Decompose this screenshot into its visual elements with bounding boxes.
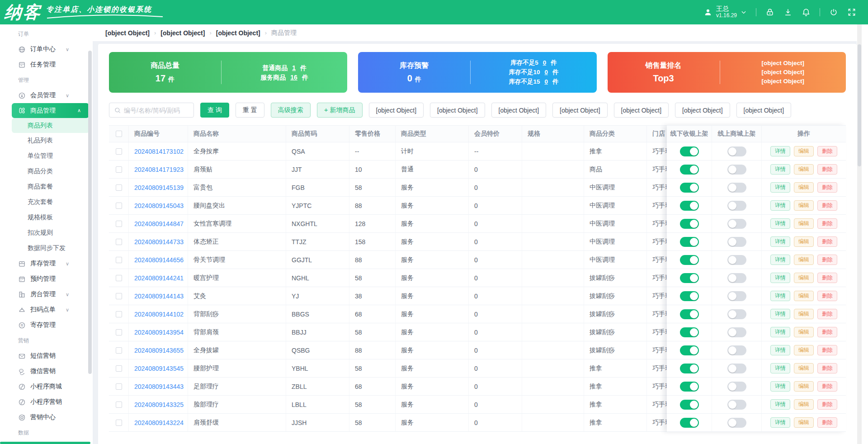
detail-button[interactable]: 详情 — [770, 345, 790, 355]
online-mall-toggle[interactable] — [727, 327, 746, 337]
sidebar-item[interactable]: 充次套餐 — [0, 194, 93, 210]
offline-cashier-toggle[interactable] — [680, 327, 699, 337]
online-mall-toggle[interactable] — [727, 201, 746, 211]
detail-button[interactable]: 详情 — [770, 291, 790, 301]
row-checkbox[interactable] — [116, 203, 122, 209]
sidebar-item[interactable]: 订单 — [0, 26, 93, 42]
product-id-link[interactable]: 20240809144847 — [129, 215, 188, 232]
sidebar-item[interactable]: 寄存管理 — [0, 317, 93, 333]
online-mall-toggle[interactable] — [727, 309, 746, 319]
select-all-checkbox[interactable] — [116, 131, 122, 137]
row-checkbox[interactable] — [116, 166, 122, 173]
sidebar-item[interactable]: 礼品列表 — [0, 133, 93, 148]
edit-button[interactable]: 编辑 — [794, 291, 814, 301]
row-checkbox[interactable] — [116, 311, 122, 317]
online-mall-toggle[interactable] — [727, 219, 746, 229]
user-menu[interactable]: 王总 v1.16.29 — [703, 5, 747, 19]
row-checkbox[interactable] — [116, 329, 122, 335]
sidebar-item[interactable]: 营销中心 — [0, 410, 93, 425]
sidebar-item[interactable]: 订单中心 — [0, 42, 93, 57]
offline-cashier-toggle[interactable] — [680, 291, 699, 301]
delete-button[interactable]: 删除 — [817, 309, 837, 319]
online-mall-toggle[interactable] — [727, 165, 746, 175]
offline-cashier-toggle[interactable] — [680, 146, 699, 156]
delete-button[interactable]: 删除 — [817, 255, 837, 265]
row-checkbox[interactable] — [116, 347, 122, 354]
sidebar-item[interactable]: 微信营销 — [0, 364, 93, 379]
row-checkbox[interactable] — [116, 221, 122, 227]
online-mall-toggle[interactable] — [727, 146, 746, 156]
sidebar-item[interactable]: 房台管理 — [0, 287, 93, 302]
bell-icon[interactable] — [802, 8, 811, 17]
delete-button[interactable]: 删除 — [817, 381, 837, 392]
detail-button[interactable]: 详情 — [770, 236, 790, 247]
edit-button[interactable]: 编辑 — [794, 273, 814, 283]
edit-button[interactable]: 编辑 — [794, 417, 814, 428]
online-mall-toggle[interactable] — [727, 400, 746, 410]
delete-button[interactable]: 删除 — [817, 146, 837, 156]
lock-icon[interactable] — [765, 8, 774, 17]
sidebar-hscrollbar-thumb[interactable] — [0, 442, 90, 444]
search-input[interactable] — [124, 107, 189, 114]
product-id-link[interactable]: 20240809145139 — [129, 179, 188, 196]
offline-cashier-toggle[interactable] — [680, 273, 699, 283]
edit-button[interactable]: 编辑 — [794, 182, 814, 193]
sidebar-item[interactable]: 扣次规则 — [0, 225, 93, 241]
batch-button[interactable]: [object Object] — [369, 103, 424, 118]
product-id-link[interactable]: 20240809144656 — [129, 251, 188, 269]
delete-button[interactable]: 删除 — [817, 399, 837, 410]
sidebar-item[interactable]: 扫码点单 — [0, 302, 93, 317]
sidebar-item[interactable]: 短信营销 — [0, 348, 93, 364]
detail-button[interactable]: 详情 — [770, 218, 790, 229]
delete-button[interactable]: 删除 — [817, 417, 837, 428]
advanced-search-button[interactable]: 高级搜索 — [271, 103, 311, 118]
sidebar-item[interactable]: 预约管理 — [0, 271, 93, 287]
product-id-link[interactable]: 20240809144241 — [129, 269, 188, 287]
detail-button[interactable]: 详情 — [770, 273, 790, 283]
delete-button[interactable]: 删除 — [817, 164, 837, 175]
batch-button[interactable]: [object Object] — [614, 103, 669, 118]
sidebar-item[interactable]: 商品分类 — [0, 164, 93, 179]
detail-button[interactable]: 详情 — [770, 381, 790, 392]
delete-button[interactable]: 删除 — [817, 236, 837, 247]
delete-button[interactable]: 删除 — [817, 291, 837, 301]
breadcrumb-link[interactable]: [object Object] — [160, 29, 205, 37]
online-mall-toggle[interactable] — [727, 345, 746, 355]
page-scrollbar[interactable] — [857, 24, 862, 444]
online-mall-toggle[interactable] — [727, 183, 746, 193]
product-id-link[interactable]: 20240809143443 — [129, 378, 188, 395]
batch-button[interactable]: [object Object] — [552, 103, 608, 118]
offline-cashier-toggle[interactable] — [680, 309, 699, 319]
delete-button[interactable]: 删除 — [817, 200, 837, 211]
product-id-link[interactable]: 20240814171923 — [129, 161, 188, 178]
stat-line-value[interactable]: 0 — [544, 78, 548, 86]
detail-button[interactable]: 详情 — [770, 417, 790, 428]
sidebar-item[interactable]: 会员管理 — [0, 88, 93, 103]
reset-button[interactable]: 重 置 — [236, 103, 264, 118]
online-mall-toggle[interactable] — [727, 237, 746, 247]
product-id-link[interactable]: 20240809143224 — [129, 414, 188, 431]
online-mall-toggle[interactable] — [727, 364, 746, 373]
page-scrollbar-thumb[interactable] — [858, 44, 861, 166]
offline-cashier-toggle[interactable] — [680, 237, 699, 247]
row-checkbox[interactable] — [116, 401, 122, 408]
offline-cashier-toggle[interactable] — [680, 219, 699, 229]
breadcrumb-link[interactable]: [object Object] — [216, 29, 260, 37]
online-mall-toggle[interactable] — [727, 273, 746, 283]
product-id-link[interactable]: 20240809143954 — [129, 323, 188, 341]
product-id-link[interactable]: 20240809143655 — [129, 341, 188, 359]
product-id-link[interactable]: 20240809144143 — [129, 287, 188, 305]
delete-button[interactable]: 删除 — [817, 273, 837, 283]
online-mall-toggle[interactable] — [727, 255, 746, 265]
row-checkbox[interactable] — [116, 257, 122, 263]
online-mall-toggle[interactable] — [727, 382, 746, 392]
sidebar-item[interactable]: 商品管理 — [12, 103, 89, 118]
detail-button[interactable]: 详情 — [770, 200, 790, 211]
edit-button[interactable]: 编辑 — [794, 218, 814, 229]
sidebar-item[interactable]: 营销 — [0, 333, 93, 348]
row-checkbox[interactable] — [116, 420, 122, 426]
offline-cashier-toggle[interactable] — [680, 364, 699, 373]
row-checkbox[interactable] — [116, 383, 122, 390]
edit-button[interactable]: 编辑 — [794, 345, 814, 355]
batch-button[interactable]: [object Object] — [430, 103, 485, 118]
